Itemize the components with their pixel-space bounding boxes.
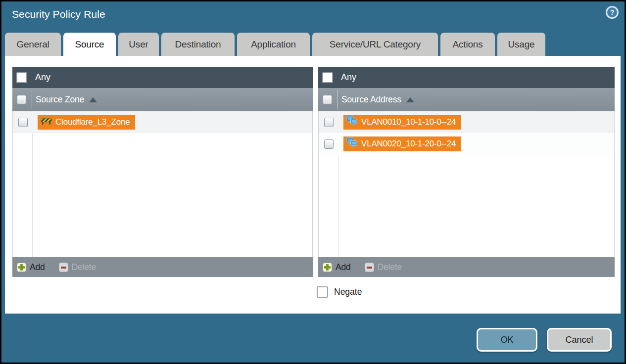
zone-icon <box>41 117 52 127</box>
add-button[interactable]: Add <box>17 262 45 273</box>
svg-text:?: ? <box>610 8 615 16</box>
address-item-label: VLAN0020_10-1-20-0--24 <box>361 139 456 149</box>
address-icon <box>346 137 358 150</box>
column-header-label: Source Zone <box>36 94 84 105</box>
source-address-footer: Add Delete <box>318 257 615 277</box>
address-icon <box>346 116 358 129</box>
tab-actions[interactable]: Actions <box>440 33 495 56</box>
sort-ascending-icon <box>89 97 97 102</box>
security-policy-rule-dialog: Security Policy Rule ? General Source Us… <box>0 0 626 364</box>
row-checkbox[interactable] <box>324 118 334 127</box>
tab-label: User <box>129 39 148 50</box>
tab-label: Service/URL Category <box>330 39 421 50</box>
selected-address-item[interactable]: VLAN0010_10-1-10-0--24 <box>343 115 461 130</box>
add-button[interactable]: Add <box>323 262 351 273</box>
tab-source[interactable]: Source <box>63 33 116 56</box>
tab-service-url-category[interactable]: Service/URL Category <box>312 33 438 56</box>
plus-icon <box>17 263 26 272</box>
source-zone-any-checkbox[interactable] <box>16 72 27 83</box>
delete-label: Delete <box>72 262 96 273</box>
tab-label: Application <box>251 39 296 50</box>
tab-usage[interactable]: Usage <box>497 33 545 56</box>
ok-button[interactable]: OK <box>477 328 537 352</box>
zone-item-label: Cloudflare_L3_Zone <box>55 117 130 127</box>
table-row[interactable]: VLAN0020_10-1-20-0--24 <box>319 133 614 155</box>
column-separator <box>32 90 32 109</box>
source-address-any-checkbox[interactable] <box>322 72 333 83</box>
source-zone-footer: Add Delete <box>12 257 313 277</box>
table-row[interactable]: VLAN0010_10-1-10-0--24 <box>319 111 614 133</box>
source-zone-column-header[interactable]: Source Zone <box>12 88 313 111</box>
any-label: Any <box>35 72 50 83</box>
negate-label: Negate <box>334 287 362 297</box>
row-checkbox[interactable] <box>18 118 28 127</box>
tab-label: Source <box>75 39 104 50</box>
selected-zone-item[interactable]: Cloudflare_L3_Zone <box>38 115 135 130</box>
delete-button[interactable]: Delete <box>59 262 96 273</box>
any-label: Any <box>341 72 356 83</box>
delete-label: Delete <box>378 262 402 273</box>
address-item-label: VLAN0010_10-1-10-0--24 <box>361 117 456 127</box>
minus-icon <box>59 263 68 272</box>
source-zone-panel: Any Source Zone <box>12 67 313 277</box>
tab-application[interactable]: Application <box>237 33 310 56</box>
column-separator <box>32 111 33 257</box>
tab-bar: General Source User Destination Applicat… <box>5 33 545 56</box>
row-checkbox[interactable] <box>324 139 334 149</box>
table-row[interactable]: Cloudflare_L3_Zone <box>13 111 312 133</box>
source-tab-content: Any Source Zone <box>5 56 621 314</box>
column-separator <box>337 90 338 109</box>
source-zone-any-header: Any <box>12 67 313 88</box>
tab-label: Destination <box>175 39 221 50</box>
delete-button[interactable]: Delete <box>365 262 402 273</box>
selected-address-item[interactable]: VLAN0020_10-1-20-0--24 <box>343 136 461 151</box>
source-zone-list: Cloudflare_L3_Zone <box>12 111 313 257</box>
tab-destination[interactable]: Destination <box>161 33 235 56</box>
source-address-list: VLAN0010_10-1-10-0--24 <box>318 111 615 257</box>
add-label: Add <box>30 262 45 273</box>
tab-label: General <box>16 39 49 50</box>
sort-ascending-icon <box>406 97 414 102</box>
source-address-column-header[interactable]: Source Address <box>318 88 615 111</box>
source-zone-selectall-checkbox[interactable] <box>17 95 26 104</box>
minus-icon <box>365 263 374 272</box>
source-address-any-header: Any <box>318 67 615 88</box>
cancel-button[interactable]: Cancel <box>547 328 612 352</box>
help-icon[interactable]: ? <box>605 5 619 19</box>
tab-label: Actions <box>453 39 483 50</box>
source-address-selectall-checkbox[interactable] <box>323 95 332 104</box>
negate-checkbox[interactable] <box>317 286 328 298</box>
plus-icon <box>323 263 332 272</box>
tab-label: Usage <box>508 39 535 50</box>
dialog-title: Security Policy Rule <box>12 8 105 20</box>
column-header-label: Source Address <box>341 94 401 105</box>
tab-general[interactable]: General <box>5 33 61 56</box>
source-address-panel: Any Source Address <box>318 67 615 277</box>
tab-user[interactable]: User <box>118 33 159 56</box>
add-label: Add <box>336 262 351 273</box>
negate-control: Negate <box>317 286 362 298</box>
